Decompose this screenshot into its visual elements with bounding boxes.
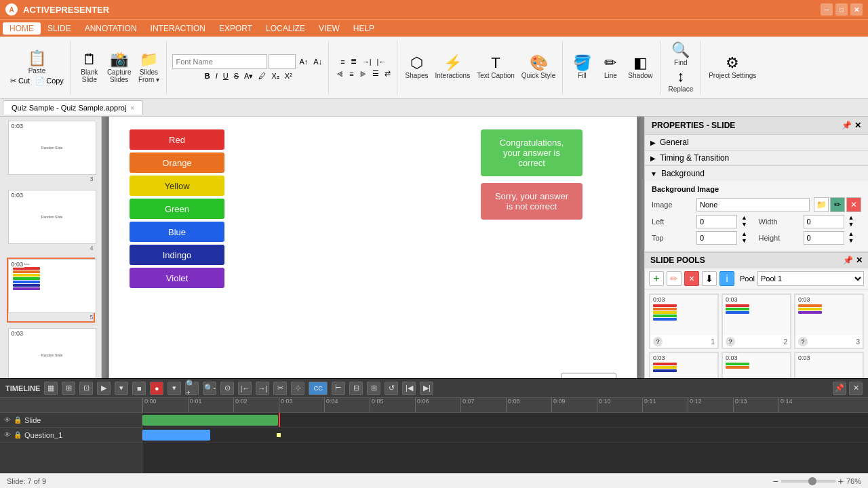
strikethrough-button[interactable]: S (232, 71, 241, 81)
general-section-header[interactable]: ▶ General (645, 135, 868, 150)
properties-pin-button[interactable]: 📌 (842, 121, 852, 130)
align-left-button[interactable]: ⫷ (334, 68, 346, 79)
italic-button[interactable]: I (214, 71, 220, 81)
menu-slide[interactable]: SLIDE (41, 22, 78, 35)
find-button[interactable]: 🔍 Find (667, 41, 694, 68)
submit-button[interactable]: Submit (561, 373, 616, 378)
height-input[interactable] (804, 231, 844, 245)
color-bar-indingo[interactable]: Indingo (130, 245, 224, 265)
font-increase-button[interactable]: A↑ (297, 54, 310, 69)
tl-close-button[interactable]: ✕ (849, 382, 863, 395)
height-down-button[interactable]: ▼ (848, 238, 862, 245)
tl-resize-mode-button[interactable]: ⊡ (79, 382, 93, 395)
track-lock-icon-slide[interactable]: 🔒 (14, 416, 22, 424)
quick-style-button[interactable]: 🎨 Quick Style (519, 54, 559, 81)
pool-thumb-6[interactable]: 0:03 ? 6 (794, 352, 864, 378)
align-right-button[interactable]: ⫸ (357, 68, 369, 79)
interactions-button[interactable]: ⚡ Interactions (432, 54, 473, 81)
track-eye-icon-q1[interactable]: 👁 (4, 431, 11, 439)
tl-zoom-out-button[interactable]: 🔍- (203, 382, 216, 395)
tl-record-dropdown-button[interactable]: ▾ (167, 382, 181, 395)
pool-delete-button[interactable]: × (684, 271, 699, 286)
maximize-button[interactable]: □ (835, 3, 848, 16)
color-bar-orange[interactable]: Orange (130, 152, 224, 173)
font-color-button[interactable]: A▾ (242, 71, 255, 81)
pool-add-button[interactable]: + (649, 271, 664, 286)
slide-thumb-5[interactable]: 0:03 Sort in rainbow... 5 (7, 258, 95, 323)
underline-button[interactable]: U (221, 71, 231, 81)
menu-home[interactable]: HOME (3, 22, 41, 35)
zoom-out-button[interactable]: − (773, 476, 778, 487)
pool-thumb-5[interactable]: 0:03 ? 5 (722, 352, 791, 378)
tl-align-left-button[interactable]: ⊢ (332, 382, 345, 395)
close-button[interactable]: ✕ (850, 3, 863, 16)
color-bar-yellow[interactable]: Yellow (130, 176, 224, 196)
pool-question-badge-3[interactable]: ? (798, 337, 808, 346)
color-bar-green[interactable]: Green (130, 199, 224, 219)
bullet-list-button[interactable]: ≡ (338, 56, 347, 66)
tl-align-button[interactable]: ⊟ (349, 382, 363, 395)
slide-thumb-4[interactable]: 0:03 Random Slide 4 (7, 188, 95, 253)
menu-annotation[interactable]: ANNOTATION (78, 22, 144, 35)
capture-slides-button[interactable]: 📸 CaptureSlides (104, 51, 134, 85)
tl-distribute-button[interactable]: ⊞ (367, 382, 380, 395)
tl-zoom-in-button[interactable]: 🔍+ (185, 382, 199, 395)
pool-question-badge-1[interactable]: ? (653, 337, 663, 346)
tl-next-button[interactable]: ▶| (420, 382, 433, 395)
menu-localize[interactable]: LOCALIZE (259, 22, 312, 35)
shapes-button[interactable]: ⬡ Shapes (403, 54, 431, 81)
pool-thumb-3[interactable]: 0:03 ? 3 (794, 293, 864, 349)
tab-close-button[interactable]: × (130, 104, 134, 112)
color-bar-red[interactable]: Red (130, 129, 224, 150)
pool-edit-button[interactable]: ✏ (667, 271, 682, 286)
fill-button[interactable]: 🪣 Fill (568, 54, 595, 81)
tl-snap-end-button[interactable]: →| (256, 382, 269, 395)
tl-record-button[interactable]: ● (150, 382, 163, 395)
indent-decrease-button[interactable]: |← (375, 56, 389, 66)
menu-interaction[interactable]: INTERACTION (144, 22, 212, 35)
copy-button[interactable]: 📄 Copy (33, 76, 66, 86)
tl-stop-button[interactable]: ■ (132, 382, 146, 395)
pool-thumb-4[interactable]: 0:03 ? 4 (649, 352, 719, 378)
highlight-button[interactable]: 🖊 (256, 71, 268, 81)
left-input[interactable] (696, 215, 737, 228)
track-eye-icon-slide[interactable]: 👁 (4, 416, 11, 424)
menu-view[interactable]: VIEW (312, 22, 347, 35)
pools-close-button[interactable]: ✕ (856, 256, 863, 265)
tl-play-button[interactable]: ▶ (97, 382, 111, 395)
tl-move-mode-button[interactable]: ⊞ (62, 382, 75, 395)
tl-snap-start-button[interactable]: |← (238, 382, 252, 395)
width-down-button[interactable]: ▼ (848, 222, 862, 228)
tl-prev-button[interactable]: |◀ (402, 382, 416, 395)
slide-thumb-3[interactable]: 0:03 Random Slide 3 (7, 119, 95, 184)
shadow-button[interactable]: ◧ Shadow (625, 54, 655, 81)
width-input[interactable] (804, 215, 844, 228)
slides-from-button[interactable]: 📁 SlidesFrom ▾ (135, 51, 162, 85)
document-tab[interactable]: Quiz Sample - Quiz Sample.approj × (3, 100, 143, 115)
tl-pin-button[interactable]: 📌 (833, 382, 846, 395)
pool-thumb-2[interactable]: 0:03 ? 2 (722, 293, 791, 349)
track-lock-icon-q1[interactable]: 🔒 (14, 431, 22, 439)
left-down-button[interactable]: ▼ (741, 222, 755, 228)
top-input[interactable] (696, 231, 737, 245)
text-caption-button[interactable]: T Text Caption (474, 54, 517, 81)
tl-fit-button[interactable]: ⊙ (220, 382, 234, 395)
top-down-button[interactable]: ▼ (741, 238, 755, 245)
tl-caption-button[interactable]: CC (309, 382, 328, 395)
cut-button[interactable]: ✂ Cut (8, 76, 32, 86)
justify-button[interactable]: ☰ (370, 68, 381, 79)
pools-pin-button[interactable]: 📌 (843, 256, 853, 265)
slide-segment[interactable] (142, 415, 278, 426)
color-bar-blue[interactable]: Blue (130, 222, 224, 242)
tl-trim-button[interactable]: ✂ (273, 382, 287, 395)
replace-button[interactable]: ↕ Replace (666, 68, 696, 94)
color-bar-violet[interactable]: Violet (130, 268, 224, 288)
minimize-button[interactable]: ─ (821, 3, 833, 16)
image-clear-button[interactable]: ✕ (846, 197, 861, 212)
image-input[interactable] (696, 198, 810, 211)
pool-thumb-1[interactable]: 0:03 ? 1 (649, 293, 719, 349)
numbered-list-button[interactable]: ≣ (349, 56, 359, 66)
properties-close-button[interactable]: ✕ (854, 121, 861, 130)
pool-info-button[interactable]: i (719, 271, 734, 286)
align-center-button[interactable]: ≡ (347, 68, 355, 79)
